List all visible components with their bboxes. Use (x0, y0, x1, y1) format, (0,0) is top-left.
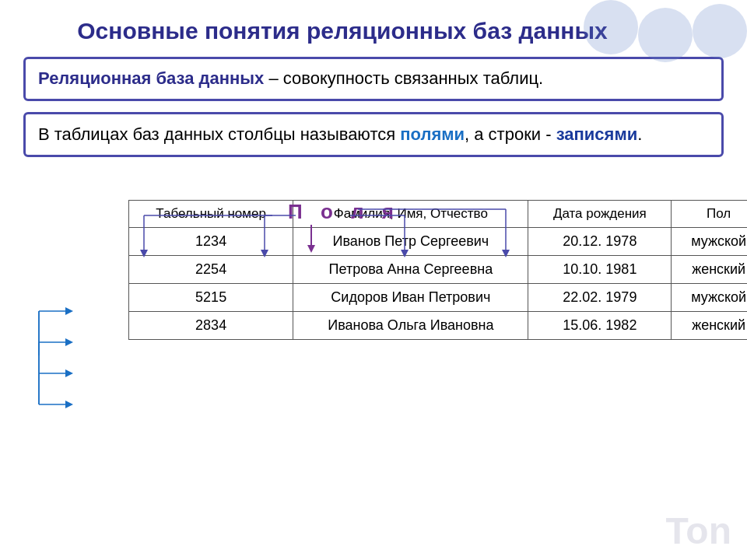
statement-suffix: . (637, 124, 642, 144)
diagram-svg: Записи (23, 200, 724, 472)
svg-marker-22 (65, 369, 73, 377)
circle-2 (638, 8, 693, 62)
definition-box: Реляционная база данных – совокупность с… (23, 57, 724, 101)
svg-marker-7 (261, 250, 268, 257)
slide: Основные понятия реляционных баз данных … (0, 0, 747, 560)
statement-prefix: В таблицах баз данных столбцы называются (38, 124, 400, 144)
svg-marker-1 (307, 245, 315, 253)
watermark: Ton (666, 509, 731, 552)
statement-box: В таблицах баз данных столбцы называются… (23, 112, 724, 157)
statement-word1: полями (400, 124, 465, 144)
definition-rest: – совокупность связанных таблиц. (264, 68, 543, 88)
decorative-circles (584, 0, 747, 62)
svg-marker-4 (140, 250, 148, 257)
svg-text:Записи: Записи (0, 361, 4, 428)
circle-3 (693, 4, 747, 58)
svg-marker-25 (65, 401, 73, 408)
svg-marker-10 (401, 250, 409, 257)
circle-1 (584, 0, 638, 54)
statement-word2: записями (556, 124, 638, 144)
svg-marker-17 (65, 307, 73, 315)
svg-marker-13 (502, 250, 510, 257)
statement-middle: , а строки - (465, 124, 556, 144)
definition-bold: Реляционная база данных (38, 68, 264, 88)
svg-marker-20 (65, 338, 73, 346)
diagram-area: П о л я Записи (23, 200, 724, 472)
